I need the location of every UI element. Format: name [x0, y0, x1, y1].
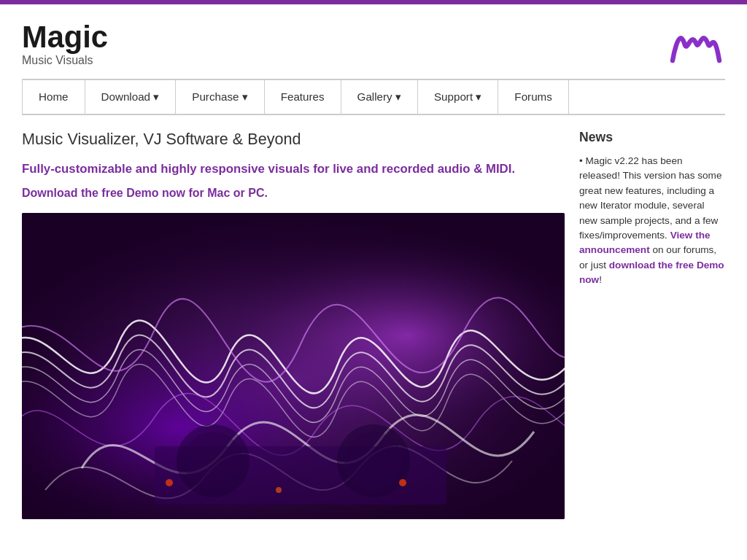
logo: Magic Music Visuals	[22, 22, 108, 67]
nav-link-support[interactable]: Support ▾	[418, 80, 498, 114]
nav-link-home[interactable]: Home	[23, 80, 85, 113]
nav-item-download[interactable]: Download ▾	[85, 80, 177, 114]
logo-title: Magic	[22, 22, 108, 52]
nav-link-purchase[interactable]: Purchase ▾	[176, 80, 263, 114]
main-nav: Home Download ▾ Purchase ▾ Features Gall…	[22, 79, 725, 115]
news-text-1: • Magic v2.22 has been released! This ve…	[579, 155, 721, 241]
svg-point-10	[399, 479, 406, 486]
nav-item-support[interactable]: Support ▾	[418, 80, 498, 114]
tagline: Fully-customizable and highly responsive…	[22, 160, 565, 178]
logo-icon	[667, 18, 725, 71]
page-title: Music Visualizer, VJ Software & Beyond	[22, 130, 565, 149]
nav-item-forums[interactable]: Forums	[498, 80, 568, 114]
download-link[interactable]: Download the free Demo now for Mac or PC…	[22, 187, 565, 200]
sidebar: News • Magic v2.22 has been released! Th…	[579, 130, 725, 519]
nav-item-purchase[interactable]: Purchase ▾	[176, 80, 264, 114]
news-text-3: !	[599, 274, 602, 285]
nav-item-features[interactable]: Features	[265, 80, 341, 114]
news-content: • Magic v2.22 has been released! This ve…	[579, 154, 725, 288]
news-title: News	[579, 130, 725, 145]
nav-item-home[interactable]: Home	[22, 80, 85, 114]
nav-link-download[interactable]: Download ▾	[85, 80, 176, 114]
nav-link-features[interactable]: Features	[265, 80, 341, 113]
logo-subtitle: Music Visuals	[22, 54, 108, 67]
header: Magic Music Visuals	[0, 4, 747, 79]
svg-point-9	[166, 479, 173, 486]
svg-point-11	[276, 487, 282, 493]
content: Music Visualizer, VJ Software & Beyond F…	[22, 130, 565, 519]
nav-item-gallery[interactable]: Gallery ▾	[341, 80, 418, 114]
hero-image	[22, 213, 565, 519]
nav-link-forums[interactable]: Forums	[498, 80, 568, 113]
nav-link-gallery[interactable]: Gallery ▾	[341, 80, 417, 114]
main-wrapper: Music Visualizer, VJ Software & Beyond F…	[22, 130, 725, 519]
svg-point-7	[184, 432, 242, 490]
svg-point-8	[344, 432, 403, 490]
